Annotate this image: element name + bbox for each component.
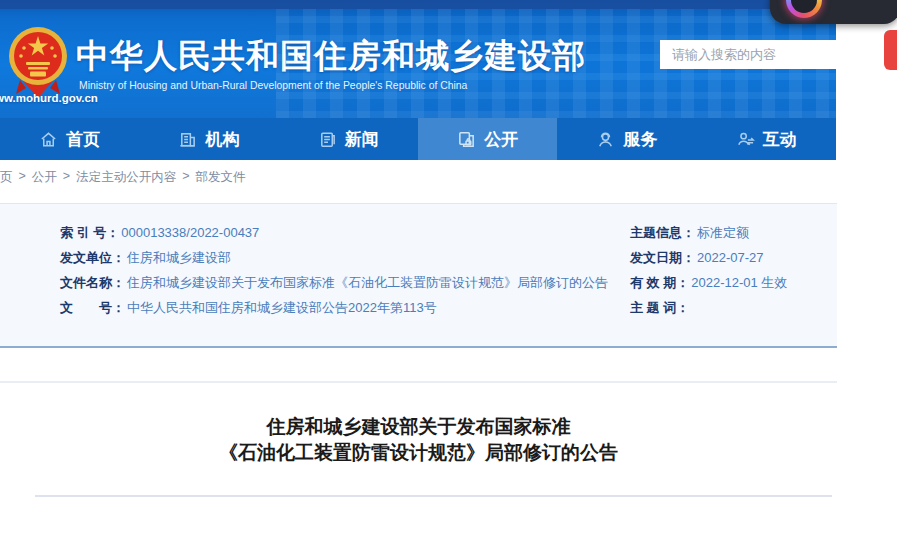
disclosure-icon <box>457 130 476 149</box>
nav-tab-organization[interactable]: 机构 <box>139 118 278 160</box>
breadcrumb-item-home[interactable]: 页 <box>0 169 13 186</box>
breadcrumb-separator: > <box>19 169 26 186</box>
nav-tab-label: 新闻 <box>345 128 379 151</box>
article-divider <box>35 495 832 497</box>
breadcrumb: 页 > 公开 > 法定主动公开内容 > 部发文件 <box>0 169 245 186</box>
news-icon <box>318 130 337 149</box>
search-box[interactable] <box>660 40 836 69</box>
meta-row-index-number: 索 引 号： 000013338/2022-00437 <box>60 220 620 245</box>
nav-tab-interaction[interactable]: 互动 <box>697 118 836 160</box>
nav-tab-home[interactable]: 首页 <box>0 118 139 160</box>
primary-nav: 首页 机构 新闻 <box>0 118 836 160</box>
meta-label: 发文日期： <box>630 249 695 267</box>
meta-label: 主 题 词： <box>630 299 689 317</box>
home-icon <box>39 130 58 149</box>
service-icon <box>596 130 615 149</box>
nav-tab-news[interactable]: 新闻 <box>279 118 418 160</box>
breadcrumb-item-disclosure[interactable]: 公开 <box>32 169 57 186</box>
nav-tab-label: 首页 <box>66 128 100 151</box>
breadcrumb-separator: > <box>63 169 70 186</box>
meta-row-document-name: 文件名称： 住房和城乡建设部关于发布国家标准《石油化工装置防雷设计规范》局部修订… <box>60 270 620 295</box>
meta-value: 住房和城乡建设部 <box>127 249 231 267</box>
meta-label: 有 效 期： <box>630 274 689 292</box>
nav-tab-label: 公开 <box>484 128 518 151</box>
breadcrumb-item-statutory-content[interactable]: 法定主动公开内容 <box>76 169 176 186</box>
nav-tab-label: 互动 <box>763 128 797 151</box>
record-button-core <box>791 0 817 13</box>
screen-overlay-widget[interactable] <box>770 0 897 24</box>
mohurd-webpage: 中华人民共和国住房和城乡建设部 Ministry of Housing and … <box>0 0 897 557</box>
article-title-line1: 住房和城乡建设部关于发布国家标准 <box>0 414 837 440</box>
meta-row-issue-date: 发文日期： 2022-07-27 <box>630 245 835 270</box>
meta-value: 住房和城乡建设部关于发布国家标准《石油化工装置防雷设计规范》局部修订的公告 <box>127 274 608 292</box>
meta-label: 索 引 号： <box>60 224 119 242</box>
document-meta-card: 索 引 号： 000013338/2022-00437 发文单位： 住房和城乡建… <box>0 203 837 348</box>
meta-label: 主题信息： <box>630 224 695 242</box>
meta-value: 000013338/2022-00437 <box>121 225 259 240</box>
site-header: 中华人民共和国住房和城乡建设部 Ministry of Housing and … <box>0 0 836 118</box>
search-input[interactable] <box>660 40 836 69</box>
article-title-line2: 《石油化工装置防雷设计规范》局部修订的公告 <box>0 440 837 466</box>
meta-value: 2022-07-27 <box>697 250 764 265</box>
nav-tab-label: 服务 <box>623 128 657 151</box>
meta-value: 中华人民共和国住房和城乡建设部公告2022年第113号 <box>127 299 437 317</box>
nav-tab-disclosure[interactable]: 公开 <box>418 118 557 160</box>
nav-tab-service[interactable]: 服务 <box>557 118 696 160</box>
site-title-english: Ministry of Housing and Urban-Rural Deve… <box>79 80 467 91</box>
edge-red-tab[interactable] <box>884 30 897 70</box>
article-title: 住房和城乡建设部关于发布国家标准 《石油化工装置防雷设计规范》局部修订的公告 <box>0 414 837 466</box>
meta-row-document-number: 文 号： 中华人民共和国住房和城乡建设部公告2022年第113号 <box>60 295 620 320</box>
site-title: 中华人民共和国住房和城乡建设部 <box>76 34 586 79</box>
breadcrumb-separator: > <box>182 169 189 186</box>
interaction-icon <box>736 130 755 149</box>
meta-value: 标准定额 <box>697 224 749 242</box>
meta-row-validity: 有 效 期： 2022-12-01 生效 <box>630 270 835 295</box>
header-top-band <box>0 0 836 9</box>
meta-label: 文 号： <box>60 299 125 317</box>
meta-row-subject-words: 主 题 词： <box>630 295 835 320</box>
meta-label: 文件名称： <box>60 274 125 292</box>
meta-right-column: 主题信息： 标准定额 发文日期： 2022-07-27 有 效 期： 2022-… <box>630 220 835 320</box>
meta-value: 2022-12-01 生效 <box>691 274 787 292</box>
nav-tab-label: 机构 <box>205 128 239 151</box>
meta-left-column: 索 引 号： 000013338/2022-00437 发文单位： 住房和城乡建… <box>60 220 620 320</box>
record-button[interactable] <box>786 0 822 18</box>
meta-label: 发文单位： <box>60 249 125 267</box>
national-emblem-logo <box>6 24 70 102</box>
meta-row-subject-info: 主题信息： 标准定额 <box>630 220 835 245</box>
meta-row-issuing-unit: 发文单位： 住房和城乡建设部 <box>60 245 620 270</box>
site-url: ww.mohurd.gov.cn <box>0 92 98 104</box>
building-icon <box>178 130 197 149</box>
section-divider <box>0 381 837 383</box>
breadcrumb-item-ministry-documents[interactable]: 部发文件 <box>195 169 245 186</box>
